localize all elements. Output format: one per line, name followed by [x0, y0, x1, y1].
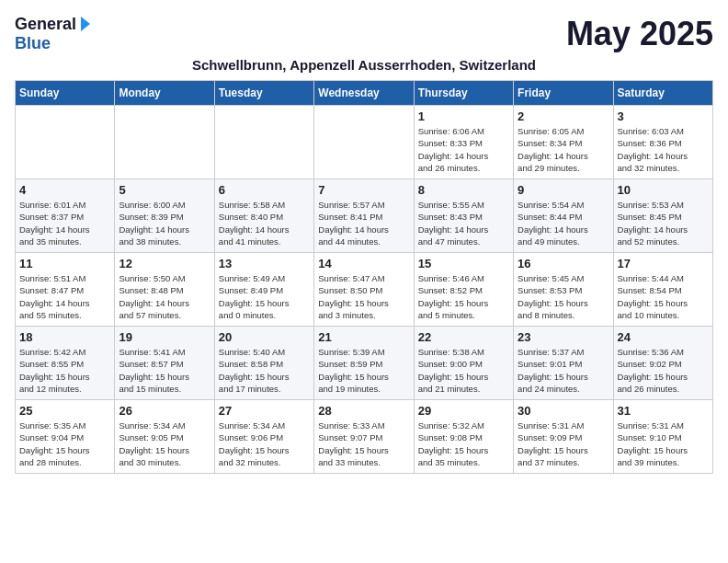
calendar-cell: 20Sunrise: 5:40 AMSunset: 8:58 PMDayligh… — [214, 327, 313, 400]
day-number: 4 — [19, 183, 110, 197]
calendar-cell — [214, 106, 313, 179]
day-info: Sunrise: 6:01 AMSunset: 8:37 PMDaylight:… — [19, 199, 110, 247]
logo-icon — [77, 15, 92, 31]
day-number: 6 — [219, 183, 310, 197]
day-number: 23 — [518, 330, 609, 344]
day-info: Sunrise: 5:47 AMSunset: 8:50 PMDaylight:… — [318, 272, 409, 321]
day-info: Sunrise: 6:05 AMSunset: 8:34 PMDaylight:… — [518, 125, 609, 174]
day-number: 5 — [119, 183, 210, 197]
day-number: 19 — [119, 330, 210, 344]
calendar-cell: 21Sunrise: 5:39 AMSunset: 8:59 PMDayligh… — [314, 327, 414, 400]
day-number: 30 — [518, 404, 609, 418]
calendar-cell: 22Sunrise: 5:38 AMSunset: 9:00 PMDayligh… — [414, 327, 513, 400]
day-info: Sunrise: 5:44 AMSunset: 8:54 PMDaylight:… — [618, 272, 709, 321]
calendar-cell: 11Sunrise: 5:51 AMSunset: 8:47 PMDayligh… — [16, 253, 115, 327]
calendar-cell: 24Sunrise: 5:36 AMSunset: 9:02 PMDayligh… — [613, 327, 712, 400]
day-info: Sunrise: 5:37 AMSunset: 9:01 PMDaylight:… — [518, 346, 609, 395]
day-info: Sunrise: 5:50 AMSunset: 8:48 PMDaylight:… — [119, 272, 210, 321]
day-header-monday: Monday — [115, 81, 214, 106]
month-title: May 2025 — [566, 15, 713, 53]
calendar-cell: 14Sunrise: 5:47 AMSunset: 8:50 PMDayligh… — [314, 253, 414, 327]
day-number: 8 — [418, 183, 509, 197]
calendar-cell: 29Sunrise: 5:32 AMSunset: 9:08 PMDayligh… — [414, 400, 513, 474]
calendar-cell: 31Sunrise: 5:31 AMSunset: 9:10 PMDayligh… — [613, 400, 712, 474]
day-info: Sunrise: 5:51 AMSunset: 8:47 PMDaylight:… — [19, 272, 110, 321]
calendar-cell: 15Sunrise: 5:46 AMSunset: 8:52 PMDayligh… — [414, 253, 513, 327]
day-number: 31 — [618, 404, 709, 418]
day-info: Sunrise: 5:32 AMSunset: 9:08 PMDaylight:… — [418, 419, 509, 468]
calendar-cell: 12Sunrise: 5:50 AMSunset: 8:48 PMDayligh… — [115, 253, 214, 327]
day-info: Sunrise: 5:55 AMSunset: 8:43 PMDaylight:… — [418, 199, 509, 247]
header-row: SundayMondayTuesdayWednesdayThursdayFrid… — [16, 81, 713, 106]
calendar-cell: 3Sunrise: 6:03 AMSunset: 8:36 PMDaylight… — [613, 106, 712, 179]
calendar-cell: 13Sunrise: 5:49 AMSunset: 8:49 PMDayligh… — [214, 253, 313, 327]
day-info: Sunrise: 5:33 AMSunset: 9:07 PMDaylight:… — [318, 419, 409, 468]
day-number: 18 — [19, 330, 110, 344]
day-info: Sunrise: 5:31 AMSunset: 9:10 PMDaylight:… — [618, 419, 709, 468]
logo-blue: Blue — [15, 34, 51, 53]
day-number: 15 — [418, 257, 509, 270]
day-number: 28 — [318, 404, 409, 418]
day-number: 9 — [518, 183, 609, 197]
calendar-cell: 10Sunrise: 5:53 AMSunset: 8:45 PMDayligh… — [613, 179, 712, 253]
day-number: 17 — [618, 257, 709, 270]
day-number: 11 — [19, 257, 110, 270]
day-number: 22 — [418, 330, 509, 344]
day-number: 20 — [219, 330, 310, 344]
calendar-cell — [314, 106, 414, 179]
day-number: 14 — [318, 257, 409, 270]
svg-marker-0 — [81, 17, 90, 31]
day-info: Sunrise: 5:46 AMSunset: 8:52 PMDaylight:… — [418, 272, 509, 321]
day-info: Sunrise: 5:41 AMSunset: 8:57 PMDaylight:… — [119, 346, 210, 395]
day-info: Sunrise: 6:00 AMSunset: 8:39 PMDaylight:… — [119, 199, 210, 247]
day-number: 27 — [219, 404, 310, 418]
day-number: 7 — [318, 183, 409, 197]
day-number: 12 — [119, 257, 210, 270]
day-info: Sunrise: 5:42 AMSunset: 8:55 PMDaylight:… — [19, 346, 110, 395]
day-info: Sunrise: 5:38 AMSunset: 9:00 PMDaylight:… — [418, 346, 509, 395]
day-info: Sunrise: 5:58 AMSunset: 8:40 PMDaylight:… — [219, 199, 310, 247]
day-info: Sunrise: 5:49 AMSunset: 8:49 PMDaylight:… — [219, 272, 310, 321]
day-number: 1 — [418, 109, 509, 123]
page-subtitle: Schwellbrunn, Appenzell Ausserrhoden, Sw… — [15, 57, 713, 73]
day-info: Sunrise: 5:54 AMSunset: 8:44 PMDaylight:… — [518, 199, 609, 247]
week-row-2: 4Sunrise: 6:01 AMSunset: 8:37 PMDaylight… — [16, 179, 713, 253]
day-info: Sunrise: 5:57 AMSunset: 8:41 PMDaylight:… — [318, 199, 409, 247]
day-number: 24 — [618, 330, 709, 344]
day-header-thursday: Thursday — [414, 81, 513, 106]
day-info: Sunrise: 5:34 AMSunset: 9:06 PMDaylight:… — [219, 419, 310, 468]
calendar-cell: 9Sunrise: 5:54 AMSunset: 8:44 PMDaylight… — [514, 179, 613, 253]
day-info: Sunrise: 5:36 AMSunset: 9:02 PMDaylight:… — [618, 346, 709, 395]
week-row-4: 18Sunrise: 5:42 AMSunset: 8:55 PMDayligh… — [16, 327, 713, 400]
logo-general: General — [15, 15, 76, 34]
day-number: 16 — [518, 257, 609, 270]
day-info: Sunrise: 5:31 AMSunset: 9:09 PMDaylight:… — [518, 419, 609, 468]
calendar-cell — [16, 106, 115, 179]
calendar-cell: 28Sunrise: 5:33 AMSunset: 9:07 PMDayligh… — [314, 400, 414, 474]
day-header-sunday: Sunday — [16, 81, 115, 106]
page-header: General Blue May 2025 — [15, 15, 713, 53]
day-number: 25 — [19, 404, 110, 418]
day-info: Sunrise: 5:40 AMSunset: 8:58 PMDaylight:… — [219, 346, 310, 395]
calendar-cell: 25Sunrise: 5:35 AMSunset: 9:04 PMDayligh… — [16, 400, 115, 474]
day-number: 10 — [618, 183, 709, 197]
week-row-1: 1Sunrise: 6:06 AMSunset: 8:33 PMDaylight… — [16, 106, 713, 179]
week-row-3: 11Sunrise: 5:51 AMSunset: 8:47 PMDayligh… — [16, 253, 713, 327]
day-info: Sunrise: 6:06 AMSunset: 8:33 PMDaylight:… — [418, 125, 509, 174]
calendar-cell: 17Sunrise: 5:44 AMSunset: 8:54 PMDayligh… — [613, 253, 712, 327]
day-info: Sunrise: 5:39 AMSunset: 8:59 PMDaylight:… — [318, 346, 409, 395]
day-number: 21 — [318, 330, 409, 344]
calendar-cell: 6Sunrise: 5:58 AMSunset: 8:40 PMDaylight… — [214, 179, 313, 253]
day-header-wednesday: Wednesday — [314, 81, 414, 106]
day-number: 2 — [518, 109, 609, 123]
day-info: Sunrise: 5:45 AMSunset: 8:53 PMDaylight:… — [518, 272, 609, 321]
logo: General Blue — [15, 15, 92, 53]
calendar-cell: 27Sunrise: 5:34 AMSunset: 9:06 PMDayligh… — [214, 400, 313, 474]
calendar-cell: 5Sunrise: 6:00 AMSunset: 8:39 PMDaylight… — [115, 179, 214, 253]
day-header-friday: Friday — [514, 81, 613, 106]
calendar-cell — [115, 106, 214, 179]
day-header-tuesday: Tuesday — [214, 81, 313, 106]
day-info: Sunrise: 5:53 AMSunset: 8:45 PMDaylight:… — [618, 199, 709, 247]
calendar-cell: 26Sunrise: 5:34 AMSunset: 9:05 PMDayligh… — [115, 400, 214, 474]
calendar-table: SundayMondayTuesdayWednesdayThursdayFrid… — [15, 80, 713, 474]
